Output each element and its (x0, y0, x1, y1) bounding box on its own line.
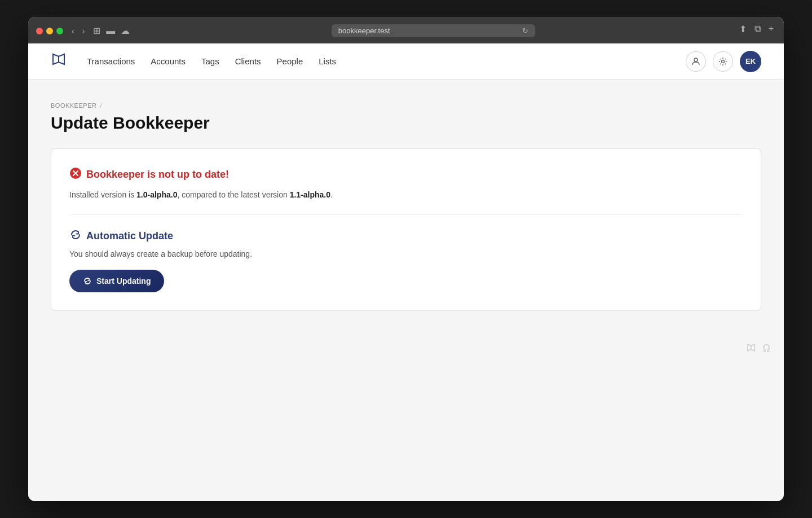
version-suffix: . (330, 190, 333, 199)
footer-book-icon (746, 343, 756, 355)
address-bar[interactable]: bookkeeper.test ↻ (332, 24, 535, 37)
breadcrumb: BOOKKEEPER / (51, 102, 761, 109)
traffic-light-minimize[interactable] (46, 28, 53, 34)
forward-button[interactable]: › (80, 25, 88, 37)
tab-icon[interactable]: ⧉ (752, 23, 763, 36)
error-heading: Bookkeeper is not up to date! (69, 167, 743, 182)
update-section: Automatic Update You should always creat… (69, 229, 743, 292)
share-icon[interactable]: ⬆ (737, 23, 749, 36)
nav-clients[interactable]: Clients (235, 56, 261, 66)
app-logo[interactable] (51, 52, 67, 71)
footer-omega-icon: Ω (763, 343, 770, 355)
back-button[interactable]: ‹ (69, 25, 77, 37)
start-updating-label: Start Updating (96, 276, 151, 286)
update-card: Bookkeeper is not up to date! Installed … (51, 148, 761, 311)
nav-tags[interactable]: Tags (201, 56, 219, 66)
cloud-icon: ☁ (121, 25, 130, 36)
error-icon (69, 167, 82, 182)
version-middle: , compared to the latest version (177, 190, 289, 199)
nav-lists[interactable]: Lists (319, 56, 336, 66)
breadcrumb-separator: / (100, 102, 102, 109)
url-text: bookkeeper.test (338, 27, 390, 35)
error-section: Bookkeeper is not up to date! Installed … (69, 167, 743, 215)
gear-icon (718, 57, 727, 66)
reload-icon[interactable]: ↻ (522, 27, 528, 35)
add-tab-icon[interactable]: + (766, 23, 776, 36)
version-prefix: Installed version is (69, 190, 136, 199)
auto-update-icon (69, 229, 82, 244)
user-avatar[interactable]: EK (740, 51, 761, 72)
traffic-light-close[interactable] (36, 28, 43, 34)
version-info: Installed version is 1.0-alpha.0, compar… (69, 189, 743, 201)
traffic-light-maximize[interactable] (56, 28, 63, 34)
installed-version: 1.0-alpha.0 (136, 190, 177, 199)
nav-right: EK (686, 51, 761, 72)
start-updating-button[interactable]: Start Updating (69, 270, 164, 292)
start-update-icon (83, 276, 92, 286)
user-icon (691, 57, 700, 66)
update-title: Automatic Update (86, 230, 173, 242)
page-title: Update Bookkeeper (51, 113, 761, 133)
update-description: You should always create a backup before… (69, 249, 743, 258)
error-title: Bookkeeper is not up to date! (86, 169, 229, 181)
svg-point-0 (694, 58, 698, 62)
footer-icons: Ω (28, 333, 784, 365)
latest-version: 1.1-alpha.0 (290, 190, 330, 199)
update-heading: Automatic Update (69, 229, 743, 244)
user-icon-button[interactable] (686, 51, 706, 72)
breadcrumb-parent: BOOKKEEPER (51, 102, 96, 109)
sidebar-icon: ▬ (106, 26, 115, 36)
svg-point-1 (722, 60, 725, 63)
settings-icon-button[interactable] (713, 51, 733, 72)
main-area: BOOKKEEPER / Update Bookkeeper Bookkeep (28, 80, 784, 333)
grid-icon: ⊞ (93, 25, 100, 36)
nav-transactions[interactable]: Transactions (87, 56, 135, 66)
nav-accounts[interactable]: Accounts (151, 56, 186, 66)
nav-people[interactable]: People (277, 56, 303, 66)
nav-bar: Transactions Accounts Tags Clients Peopl… (28, 43, 784, 80)
nav-links: Transactions Accounts Tags Clients Peopl… (87, 56, 336, 66)
